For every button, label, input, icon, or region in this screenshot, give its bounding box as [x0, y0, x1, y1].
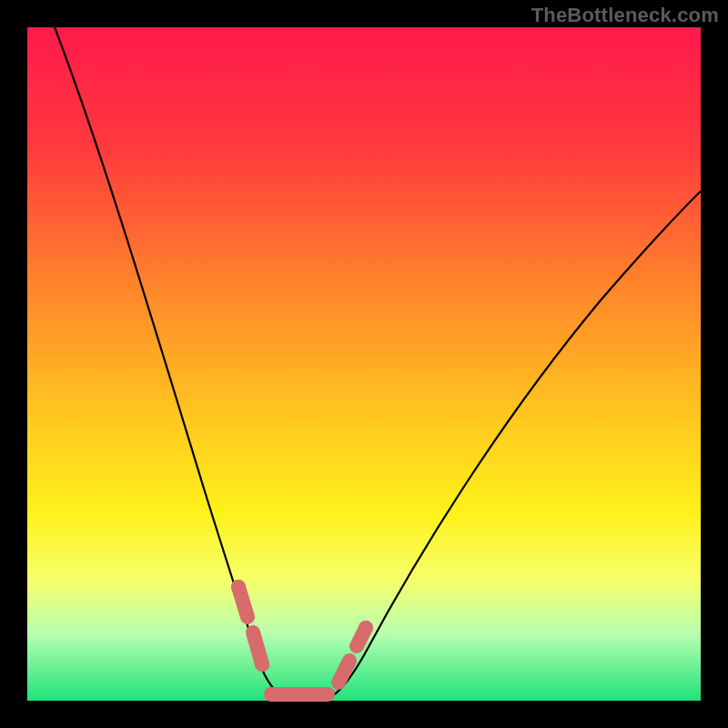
svg-point-2	[266, 687, 280, 702]
svg-point-3	[318, 687, 333, 702]
chart-frame: TheBottleneck.com	[0, 0, 728, 728]
svg-point-1	[255, 657, 269, 672]
plot-background	[27, 27, 701, 701]
svg-point-4	[359, 621, 373, 635]
watermark-label: TheBottleneck.com	[531, 4, 719, 27]
svg-point-0	[231, 580, 246, 594]
bottleneck-chart	[0, 0, 728, 728]
